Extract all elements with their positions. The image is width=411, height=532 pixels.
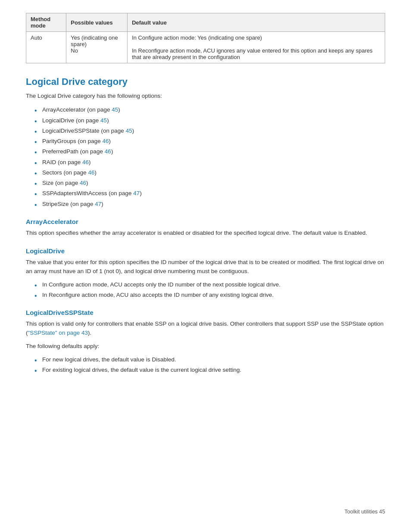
list-item: ArrayAccelerator (on page 45) <box>34 106 385 114</box>
table-row: Auto Yes (indicating one spare) No In Co… <box>26 32 385 63</box>
array-accelerator-body: This option specifies whether the array … <box>26 229 385 238</box>
list-item: Size (on page 46) <box>34 179 385 187</box>
link-sspstate[interactable]: "SSPState" on page 43 <box>28 330 88 336</box>
section-intro: The Logical Drive category has the follo… <box>26 92 385 100</box>
method-table: Method mode Possible values Default valu… <box>26 13 385 63</box>
cell-method: Auto <box>26 32 66 63</box>
logical-drive-bullets: In Configure action mode, ACU accepts on… <box>34 280 385 300</box>
section-title: Logical Drive category <box>26 76 385 87</box>
list-item: RAID (on page 46) <box>34 158 385 167</box>
list-item: PreferredPath (on page 46) <box>34 147 385 156</box>
logical-drive-body: The value that you enter for this option… <box>26 258 385 276</box>
link-raid[interactable]: 46 <box>82 159 89 165</box>
possible-no: No <box>71 47 78 54</box>
list-item: For existing logical drives, the default… <box>34 366 385 374</box>
col-header-default: Default value <box>128 13 385 32</box>
link-logical-drive-ssp[interactable]: 45 <box>126 128 132 134</box>
col-header-method: Method mode <box>26 13 66 32</box>
list-item: LogicalDriveSSPState (on page 45) <box>34 127 385 135</box>
possible-yes: Yes (indicating one spare) <box>71 34 118 47</box>
page-footer: Toolkit utilities 45 <box>345 509 386 515</box>
subsection-title-array-accelerator: ArrayAccelerator <box>26 218 385 225</box>
link-stripe-size[interactable]: 47 <box>95 201 101 207</box>
default-configure: In Configure action mode: Yes (indicatin… <box>132 34 262 41</box>
subsection-title-logical-drive-ssp: LogicalDriveSSPState <box>26 309 385 316</box>
link-ssp-adapters[interactable]: 47 <box>133 190 140 196</box>
list-item: For new logical drives, the default valu… <box>34 355 385 364</box>
logical-drive-ssp-body2: The following defaults apply: <box>26 342 385 351</box>
default-reconfigure: In Reconfigure action mode, ACU ignores … <box>132 47 373 60</box>
options-list: ArrayAccelerator (on page 45) LogicalDri… <box>34 106 385 208</box>
list-item: StripeSize (on page 47) <box>34 200 385 208</box>
list-item: ParityGroups (on page 46) <box>34 137 385 146</box>
col-header-possible: Possible values <box>66 13 128 32</box>
link-preferred-path[interactable]: 46 <box>105 148 111 155</box>
link-sectors[interactable]: 46 <box>88 169 95 176</box>
link-parity-groups[interactable]: 46 <box>103 138 109 144</box>
subsection-title-logical-drive: LogicalDrive <box>26 247 385 255</box>
link-logical-drive[interactable]: 45 <box>100 117 107 124</box>
link-array-accelerator[interactable]: 45 <box>112 106 118 113</box>
list-item: LogicalDrive (on page 45) <box>34 116 385 125</box>
link-size[interactable]: 46 <box>80 180 86 186</box>
logical-drive-ssp-bullets: For new logical drives, the default valu… <box>34 355 385 375</box>
list-item: In Reconfigure action mode, ACU also acc… <box>34 291 385 299</box>
list-item: SSPAdaptersWithAccess (on page 47) <box>34 189 385 198</box>
cell-default: In Configure action mode: Yes (indicatin… <box>128 32 385 63</box>
list-item: Sectors (on page 46) <box>34 168 385 177</box>
logical-drive-ssp-body1: This option is valid only for controller… <box>26 320 385 338</box>
list-item: In Configure action mode, ACU accepts on… <box>34 280 385 289</box>
cell-possible: Yes (indicating one spare) No <box>66 32 128 63</box>
